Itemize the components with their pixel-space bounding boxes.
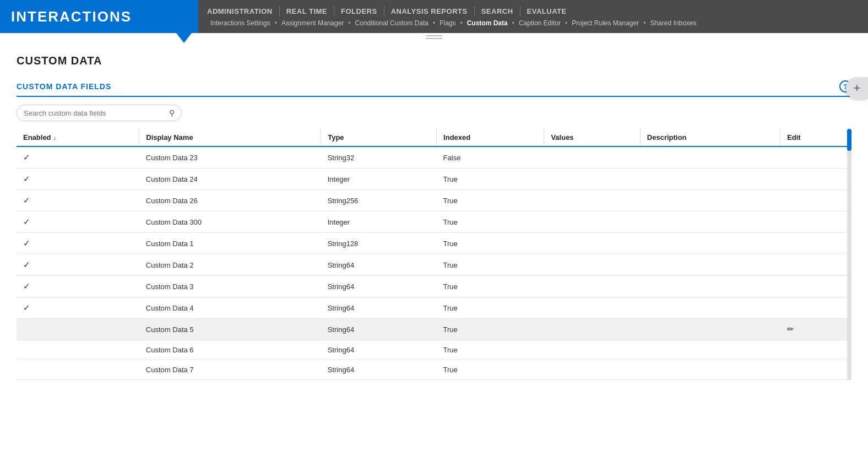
cell-type-2: String256: [321, 190, 437, 211]
cell-display-name-4: Custom Data 1: [139, 233, 321, 254]
cell-indexed-9: True: [437, 340, 544, 360]
cell-description-4: [640, 233, 780, 254]
cell-values-4: [544, 233, 640, 254]
checkmark-icon: ✓: [23, 238, 30, 248]
cell-type-1: Integer: [321, 169, 437, 190]
cell-indexed-6: True: [437, 276, 544, 297]
nav-primary-item-administration[interactable]: ADMINISTRATION: [207, 6, 280, 17]
table-row[interactable]: Custom Data 5String64True✏: [17, 319, 851, 340]
cell-enabled-10: [17, 360, 139, 380]
cell-type-3: Integer: [321, 211, 437, 233]
cell-enabled-0: ✓: [17, 146, 139, 169]
cell-indexed-4: True: [437, 233, 544, 254]
table-row[interactable]: ✓Custom Data 2String64True: [17, 254, 851, 276]
nav-primary-item-real-time[interactable]: REAL TIME: [280, 6, 334, 17]
cell-enabled-7: ✓: [17, 297, 139, 319]
brand-chevron-icon: [176, 33, 192, 43]
cell-description-1: [640, 169, 780, 190]
cell-display-name-6: Custom Data 3: [139, 276, 321, 297]
table-row[interactable]: ✓Custom Data 23String32False: [17, 146, 851, 169]
nav-secondary-item-interactions-settings[interactable]: Interactions Settings: [207, 19, 274, 28]
table-row[interactable]: ✓Custom Data 24IntegerTrue: [17, 169, 851, 190]
checkmark-icon: ✓: [23, 174, 30, 183]
add-button[interactable]: +: [846, 77, 868, 99]
cell-enabled-1: ✓: [17, 169, 139, 190]
nav-dot: •: [564, 19, 568, 27]
col-header-type: Type: [321, 129, 437, 146]
col-header-enabled[interactable]: Enabled↓: [17, 129, 139, 146]
section-title: CUSTOM DATA FIELDS: [17, 82, 111, 91]
nav-primary-item-evaluate[interactable]: EVALUATE: [520, 6, 573, 17]
sort-arrow-enabled: ↓: [53, 134, 57, 141]
cell-edit-5: [780, 254, 851, 276]
checkmark-icon: ✓: [23, 303, 30, 312]
table-row[interactable]: ✓Custom Data 300IntegerTrue: [17, 211, 851, 233]
cell-description-9: [640, 340, 780, 360]
cell-edit-4: [780, 233, 851, 254]
table-row[interactable]: Custom Data 6String64True: [17, 340, 851, 360]
checkmark-icon: ✓: [23, 217, 30, 226]
nav-secondary-item-project-rules-manager[interactable]: Project Rules Manager: [568, 19, 642, 28]
cell-description-6: [640, 276, 780, 297]
cell-description-0: [640, 146, 780, 169]
cell-values-1: [544, 169, 640, 190]
cell-description-5: [640, 254, 780, 276]
search-input[interactable]: [24, 109, 169, 117]
cell-type-7: String64: [321, 297, 437, 319]
nav-secondary-item-assignment-manager[interactable]: Assignment Manager: [278, 19, 347, 28]
page-content: CUSTOM DATA CUSTOM DATA FIELDS ? ⚲ Enabl…: [0, 44, 868, 391]
section-header: CUSTOM DATA FIELDS ?: [17, 80, 851, 97]
cell-type-10: String64: [321, 360, 437, 380]
cell-edit-9: [780, 340, 851, 360]
table-row[interactable]: ✓Custom Data 3String64True: [17, 276, 851, 297]
cell-values-7: [544, 297, 640, 319]
cell-enabled-5: ✓: [17, 254, 139, 276]
nav-secondary-item-flags[interactable]: Flags: [436, 19, 459, 28]
cell-type-5: String64: [321, 254, 437, 276]
col-header-description: Description: [640, 129, 780, 146]
cell-display-name-7: Custom Data 4: [139, 297, 321, 319]
drag-line: [426, 38, 442, 39]
cell-indexed-10: True: [437, 360, 544, 380]
nav-secondary-item-shared-inboxes[interactable]: Shared Inboxes: [647, 19, 699, 28]
search-icon[interactable]: ⚲: [169, 108, 175, 117]
nav-dot: •: [347, 19, 351, 27]
table-row[interactable]: ✓Custom Data 4String64True: [17, 297, 851, 319]
nav-secondary-item-conditional-custom-data[interactable]: Conditional Custom Data: [352, 19, 432, 28]
nav-secondary-item-caption-editor[interactable]: Caption Editor: [516, 19, 564, 28]
cell-enabled-3: ✓: [17, 211, 139, 233]
brand-title: INTERACTIONS: [11, 8, 132, 25]
top-nav: INTERACTIONS ADMINISTRATIONREAL TIMEFOLD…: [0, 0, 868, 33]
nav-dot: •: [511, 19, 516, 27]
cell-display-name-1: Custom Data 24: [139, 169, 321, 190]
scroll-thumb: [847, 129, 851, 151]
cell-enabled-8: [17, 319, 139, 340]
table-row[interactable]: Custom Data 7String64True: [17, 360, 851, 380]
cell-edit-8: ✏: [780, 319, 851, 340]
cell-indexed-0: False: [437, 146, 544, 169]
edit-pencil-icon[interactable]: ✏: [787, 324, 794, 334]
scroll-indicator[interactable]: [847, 129, 851, 380]
cell-indexed-3: True: [437, 211, 544, 233]
cell-indexed-5: True: [437, 254, 544, 276]
cell-type-9: String64: [321, 340, 437, 360]
cell-type-8: String64: [321, 319, 437, 340]
drag-handle[interactable]: [0, 33, 868, 44]
cell-values-6: [544, 276, 640, 297]
cell-values-2: [544, 190, 640, 211]
nav-dot: •: [274, 19, 278, 27]
cell-indexed-7: True: [437, 297, 544, 319]
nav-dot: •: [642, 19, 647, 27]
cell-type-4: String128: [321, 233, 437, 254]
search-bar: ⚲: [17, 105, 182, 121]
cell-display-name-5: Custom Data 2: [139, 254, 321, 276]
table-row[interactable]: ✓Custom Data 1String128True: [17, 233, 851, 254]
cell-edit-7: [780, 297, 851, 319]
nav-primary-item-folders[interactable]: FOLDERS: [334, 6, 384, 17]
nav-primary: ADMINISTRATIONREAL TIMEFOLDERSANALYSIS R…: [207, 6, 859, 17]
nav-primary-item-search[interactable]: SEARCH: [475, 6, 520, 17]
nav-secondary-item-custom-data[interactable]: Custom Data: [464, 19, 511, 28]
nav-primary-item-analysis-reports[interactable]: ANALYSIS REPORTS: [384, 6, 475, 17]
nav-secondary: Interactions Settings•Assignment Manager…: [207, 19, 859, 28]
table-row[interactable]: ✓Custom Data 26String256True: [17, 190, 851, 211]
